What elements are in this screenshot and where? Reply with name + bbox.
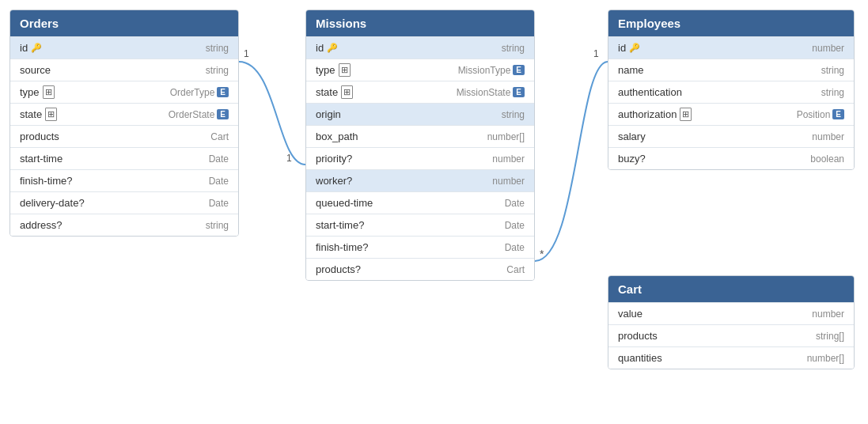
orders-source-row: source string — [10, 59, 238, 81]
cart-quantities-type: number[] — [807, 353, 844, 364]
conn-label-star: * — [540, 248, 544, 260]
orders-finishtime-name: finish-time? — [20, 175, 72, 187]
missions-starttime-type: Date — [505, 220, 525, 231]
missions-state-row: state ⊞ MissionState E — [306, 81, 534, 103]
employees-authorization-row: authorization ⊞ Position E — [608, 103, 854, 125]
missions-id-name: id 🔑 — [316, 42, 338, 54]
orders-state-name: state ⊞ — [20, 108, 57, 120]
missions-origin-name: origin — [316, 108, 341, 120]
employees-auth-name: authentication — [618, 86, 682, 98]
employees-salary-name: salary — [618, 131, 646, 142]
conn-label-2: 1 — [286, 153, 292, 164]
orders-id-type: string — [206, 43, 229, 54]
orders-deliverydate-type: Date — [209, 198, 229, 209]
orders-type-row: type ⊞ OrderType E — [10, 81, 238, 103]
employees-buzy-name: buzy? — [618, 153, 646, 165]
missions-finishtime-name: finish-time? — [316, 241, 368, 253]
orders-address-row: address? string — [10, 214, 238, 236]
missions-worker-type: number — [492, 176, 525, 187]
missions-type-row: type ⊞ MissionType E — [306, 59, 534, 81]
missions-starttime-name: start-time? — [316, 219, 364, 231]
missions-origin-type: string — [502, 109, 525, 120]
employees-table-header: Employees — [608, 10, 854, 36]
missions-queuedtime-row: queued-time Date — [306, 191, 534, 214]
cart-value-type: number — [812, 309, 844, 320]
orders-address-name: address? — [20, 219, 62, 231]
conn-label-3: 1 — [593, 48, 599, 59]
employees-id-type: number — [812, 43, 844, 54]
missions-origin-row: origin string — [306, 103, 534, 125]
employees-buzy-row: buzy? boolean — [608, 147, 854, 169]
cart-value-row: value number — [608, 302, 854, 324]
cart-value-name: value — [618, 308, 642, 320]
cart-products-row: products string[] — [608, 324, 854, 346]
employees-salary-row: salary number — [608, 125, 854, 147]
conn-label-1: 1 — [244, 48, 249, 59]
cart-table-header: Cart — [608, 276, 854, 302]
orders-products-row: products Cart — [10, 125, 238, 147]
missions-type-name: type ⊞ — [316, 63, 351, 76]
employees-name-row: name string — [608, 59, 854, 81]
employees-authorization-name: authorization ⊞ — [618, 108, 692, 120]
employees-id-name: id 🔑 — [618, 42, 640, 54]
missions-products-row: products? Cart — [306, 258, 534, 280]
orders-source-type: string — [206, 65, 229, 76]
orders-table: Orders id 🔑 string source string type ⊞ … — [9, 9, 239, 237]
missions-state-type: MissionState E — [457, 87, 525, 98]
missions-priority-type: number — [492, 153, 525, 165]
orders-type-type: OrderType E — [170, 87, 229, 98]
orders-products-name: products — [20, 131, 59, 142]
missions-worker-row: worker? number — [306, 169, 534, 191]
cart-products-type: string[] — [816, 331, 844, 342]
missions-type-type: MissionType E — [458, 65, 525, 76]
employees-authorization-type: Position E — [797, 109, 844, 120]
orders-source-name: source — [20, 64, 51, 76]
orders-id-row: id 🔑 string — [10, 36, 238, 59]
employees-auth-row: authentication string — [608, 81, 854, 103]
missions-products-name: products? — [316, 263, 361, 275]
missions-queuedtime-type: Date — [505, 198, 525, 209]
cart-products-name: products — [618, 330, 658, 342]
missions-table-header: Missions — [306, 10, 534, 36]
missions-products-type: Cart — [506, 264, 525, 275]
diagram-canvas: 1 1 * 1 Orders id 🔑 string source string… — [8, 8, 860, 416]
orders-finishtime-type: Date — [209, 176, 229, 187]
missions-priority-row: priority? number — [306, 147, 534, 169]
missions-starttime-row: start-time? Date — [306, 214, 534, 236]
missions-finishtime-row: finish-time? Date — [306, 236, 534, 258]
employees-name-type: string — [821, 65, 844, 76]
missions-boxpath-row: box_path number[] — [306, 125, 534, 147]
orders-state-type: OrderState E — [169, 109, 229, 120]
orders-starttime-type: Date — [209, 153, 229, 165]
cart-table: Cart value number products string[] quan… — [608, 275, 855, 369]
missions-table: Missions id 🔑 string type ⊞ MissionType … — [305, 9, 535, 281]
missions-boxpath-name: box_path — [316, 131, 358, 142]
employees-name-name: name — [618, 64, 644, 76]
missions-priority-name: priority? — [316, 153, 352, 165]
orders-deliverydate-name: delivery-date? — [20, 197, 85, 209]
orders-state-row: state ⊞ OrderState E — [10, 103, 238, 125]
cart-quantities-name: quantities — [618, 352, 662, 364]
missions-finishtime-type: Date — [505, 242, 525, 253]
orders-address-type: string — [206, 220, 229, 231]
missions-id-type: string — [502, 43, 525, 54]
missions-boxpath-type: number[] — [487, 131, 525, 142]
orders-products-type: Cart — [210, 131, 229, 142]
missions-queuedtime-name: queued-time — [316, 197, 373, 209]
employees-buzy-type: boolean — [810, 153, 844, 165]
orders-starttime-name: start-time — [20, 153, 63, 165]
cart-quantities-row: quantities number[] — [608, 346, 854, 369]
orders-finishtime-row: finish-time? Date — [10, 169, 238, 191]
employees-salary-type: number — [812, 131, 844, 142]
orders-id-name: id 🔑 — [20, 42, 42, 54]
employees-auth-type: string — [821, 87, 844, 98]
orders-type-name: type ⊞ — [20, 85, 55, 98]
missions-id-row: id 🔑 string — [306, 36, 534, 59]
employees-id-row: id 🔑 number — [608, 36, 854, 59]
missions-state-name: state ⊞ — [316, 85, 353, 98]
orders-table-header: Orders — [10, 10, 238, 36]
employees-table: Employees id 🔑 number name string authen… — [608, 9, 855, 170]
orders-deliverydate-row: delivery-date? Date — [10, 191, 238, 214]
orders-starttime-row: start-time Date — [10, 147, 238, 169]
missions-worker-name: worker? — [316, 175, 352, 187]
